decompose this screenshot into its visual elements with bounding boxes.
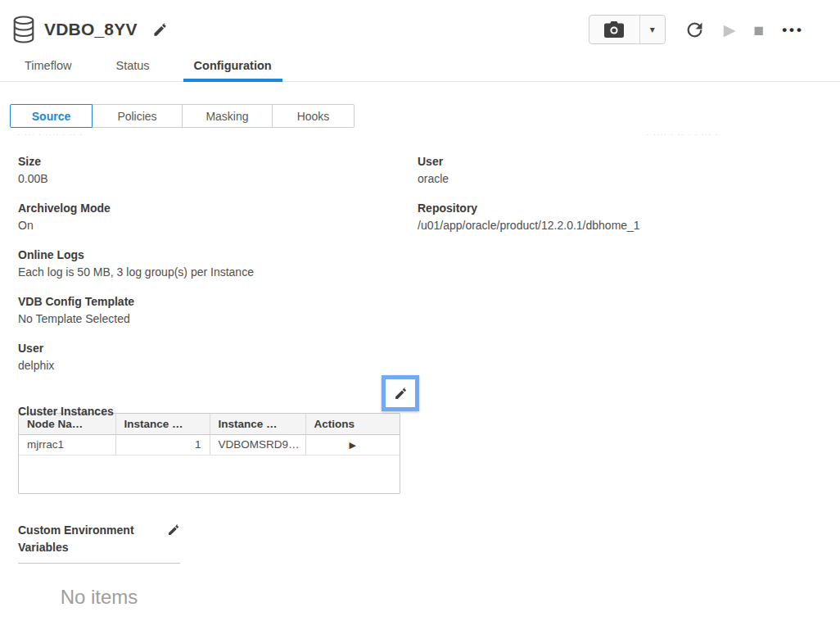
empty-state-text: No items: [18, 586, 180, 609]
custom-env-title: Custom Environment Variables: [18, 522, 149, 556]
field-label: VDB Config Template: [18, 293, 418, 310]
field-value: /u01/app/oracle/product/12.2.0.1/dbhome_…: [418, 217, 840, 234]
col-actions: Actions: [305, 414, 400, 434]
stop-button[interactable]: ■: [753, 21, 764, 39]
field-user: User delphix: [18, 340, 418, 374]
subtab-masking[interactable]: Masking: [183, 104, 273, 128]
instance-start-icon[interactable]: ▶: [350, 440, 356, 450]
clipped-scrolled-text: · ··· · ···· · ·· · · ···· · ·· · · ··· …: [18, 132, 840, 140]
toolbar: ▾ ▶ ■ •••: [589, 15, 804, 44]
field-label: Size: [18, 153, 418, 170]
pencil-icon: [394, 387, 408, 401]
table-row: mjrrac1 1 VDBOMSRD9… ▶: [19, 434, 400, 455]
play-icon: ▶: [724, 22, 736, 38]
main-tabs: Timeflow Status Configuration: [0, 52, 840, 82]
camera-icon: [604, 21, 624, 38]
cell-node-name: mjrrac1: [19, 434, 115, 455]
rename-edit-icon[interactable]: [152, 22, 168, 38]
more-actions-button[interactable]: •••: [782, 23, 804, 37]
snapshot-dropdown-caret[interactable]: ▾: [640, 16, 665, 43]
field-label: User: [18, 340, 418, 357]
divider: [18, 563, 180, 564]
field-online-logs: Online Logs Each log is 50 MB, 3 log gro…: [18, 247, 418, 281]
custom-env-edit-button[interactable]: [167, 522, 180, 556]
cell-instance-number: 1: [115, 434, 210, 455]
field-label: Archivelog Mode: [18, 200, 418, 217]
start-button[interactable]: ▶: [724, 22, 736, 38]
source-panel: · ··· · ···· · ·· · · ···· · ·· · · ··· …: [0, 132, 840, 630]
snapshot-camera-button[interactable]: [589, 16, 640, 43]
refresh-button[interactable]: [684, 19, 706, 41]
field-value: oracle: [418, 170, 840, 188]
field-repository: Repository /u01/app/oracle/product/12.2.…: [418, 200, 840, 234]
col-instance-name: Instance …: [210, 414, 305, 434]
database-icon: [11, 15, 36, 44]
ellipsis-icon: •••: [782, 23, 804, 37]
field-size: Size 0.00B: [18, 153, 418, 188]
field-user-os: User oracle: [418, 153, 840, 188]
subtab-source[interactable]: Source: [10, 104, 93, 128]
field-value: No Template Selected: [18, 310, 418, 328]
field-label: Online Logs: [18, 247, 418, 264]
caret-down-icon: ▾: [650, 24, 655, 35]
page-header: VDBO_8YV ▾: [0, 0, 840, 48]
field-archivelog-mode: Archivelog Mode On: [18, 200, 418, 234]
field-value: Each log is 50 MB, 3 log group(s) per In…: [18, 264, 418, 281]
refresh-icon: [684, 19, 706, 41]
subtab-hooks[interactable]: Hooks: [273, 104, 355, 128]
field-label: Repository: [418, 200, 840, 217]
cluster-instances-edit-button[interactable]: [382, 375, 419, 411]
snapshot-split-button: ▾: [589, 15, 666, 44]
cell-instance-name: VDBOMSRD9…: [210, 434, 305, 455]
tab-configuration[interactable]: Configuration: [194, 52, 272, 81]
tab-timeflow[interactable]: Timeflow: [25, 52, 71, 81]
page-title: VDBO_8YV: [44, 20, 138, 39]
pencil-icon: [167, 523, 180, 537]
field-value: On: [18, 217, 418, 234]
subtab-policies[interactable]: Policies: [93, 104, 183, 128]
custom-env-section: Custom Environment Variables No items: [18, 522, 180, 630]
col-instance-number: Instance …: [115, 414, 210, 434]
field-label: User: [418, 153, 840, 170]
field-value: delphix: [18, 357, 418, 374]
field-vdb-config-template: VDB Config Template No Template Selected: [18, 293, 418, 328]
field-value: 0.00B: [18, 170, 418, 188]
tab-status[interactable]: Status: [115, 52, 149, 81]
stop-icon: ■: [753, 21, 764, 39]
configuration-subtabs: Source Policies Masking Hooks: [10, 104, 840, 128]
cluster-instances-table: Node Na… Instance … Instance … Actions m…: [18, 413, 400, 494]
